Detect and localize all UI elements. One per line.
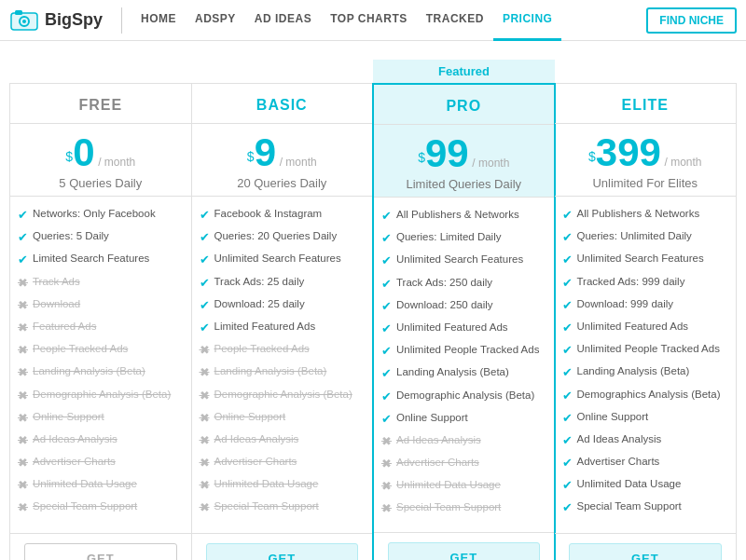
dash-icon: ✖ <box>200 410 210 427</box>
list-item: ✔Landing Analysis (Beta) <box>381 364 546 382</box>
price-number-basic: 9 <box>255 130 276 174</box>
check-icon: ✔ <box>381 411 392 428</box>
nav-home[interactable]: HOME <box>131 0 186 41</box>
plan-basic: BASIC $9 / month 20 Queries Daily ✔Faceb… <box>192 84 374 560</box>
list-item: ✔Unlimited Featured Ads <box>562 319 729 336</box>
svg-point-2 <box>22 20 26 23</box>
check-icon: ✔ <box>200 207 210 224</box>
dash-icon: ✖ <box>18 410 28 427</box>
list-item: ✔Unlimited Featured Ads <box>381 320 546 337</box>
get-pro-button[interactable]: GET <box>388 542 540 560</box>
find-niche-button[interactable]: FIND NICHE <box>646 7 737 34</box>
check-icon: ✔ <box>381 230 392 247</box>
check-icon: ✔ <box>562 410 573 427</box>
list-item: ✔Ad Ideas Analysis <box>562 431 729 449</box>
features-elite: ✔All Publishers & Networks ✔Queries: Unl… <box>555 197 737 533</box>
list-item: ✖Special Team Support <box>200 499 366 516</box>
featured-badge-row: Featured <box>9 60 737 83</box>
list-item: ✔Queries: 5 Daily <box>18 228 184 246</box>
check-icon: ✔ <box>562 297 573 314</box>
check-icon: ✔ <box>200 297 210 314</box>
svg-rect-3 <box>15 10 22 15</box>
nav-topcharts[interactable]: TOP CHARTS <box>321 0 417 41</box>
price-number-free: 0 <box>73 130 94 174</box>
nav-adideas[interactable]: AD IDEAS <box>245 0 321 41</box>
badge-free <box>9 60 191 83</box>
dash-icon: ✖ <box>200 499 210 516</box>
list-item: ✔Limited Search Features <box>18 251 184 268</box>
list-item: ✖Download <box>18 296 184 314</box>
plan-free-header: FREE <box>10 84 191 124</box>
nav-tracked[interactable]: TRACKED <box>417 0 493 41</box>
list-item: ✖Ad Ideas Analysis <box>200 431 366 449</box>
price-queries-pro: Limited Queries Daily <box>381 177 546 191</box>
dash-icon: ✖ <box>18 275 28 292</box>
plan-basic-price: $9 / month 20 Queries Daily <box>192 124 373 197</box>
get-elite-button[interactable]: GET <box>569 543 723 560</box>
list-item: ✖Featured Ads <box>18 319 184 336</box>
get-free-button[interactable]: GET <box>24 543 177 560</box>
check-icon: ✔ <box>562 229 573 246</box>
list-item: ✔Unlimited Search Features <box>381 252 546 269</box>
list-item: ✖Landing Analysis (Beta) <box>200 363 366 381</box>
list-item: ✔Limited Featured Ads <box>200 319 366 336</box>
check-icon: ✔ <box>200 252 210 268</box>
list-item: ✔Download: 250 daily <box>381 297 546 315</box>
list-item: ✖Unlimited Data Usage <box>18 476 184 494</box>
check-icon: ✔ <box>381 389 392 405</box>
list-item: ✔Demographics Analysis (Beta) <box>562 387 729 404</box>
list-item: ✖Advertiser Charts <box>18 454 184 471</box>
list-item: ✔Online Support <box>562 409 729 427</box>
nav-adspy[interactable]: ADSPY <box>186 0 245 41</box>
check-icon: ✔ <box>381 298 392 315</box>
logo-area: BigSpy <box>9 6 103 35</box>
dash-icon: ✖ <box>18 432 28 449</box>
dash-icon: ✖ <box>200 432 210 449</box>
nav-pricing[interactable]: PRICING <box>493 0 562 41</box>
badge-elite <box>555 60 737 83</box>
check-icon: ✔ <box>18 229 28 246</box>
price-per-free: / month <box>98 156 135 169</box>
list-item: ✔Facebook & Instagram <box>200 206 366 224</box>
list-item: ✖Unlimited Data Usage <box>200 476 366 494</box>
check-icon: ✔ <box>381 208 392 225</box>
price-symbol-basic: $ <box>247 149 255 164</box>
check-icon: ✔ <box>562 364 573 381</box>
list-item: ✖Advertiser Charts <box>381 455 546 472</box>
check-icon: ✔ <box>562 207 573 224</box>
price-symbol-elite: $ <box>588 149 596 164</box>
price-symbol-pro: $ <box>418 150 425 165</box>
dash-icon: ✖ <box>200 388 210 404</box>
dash-icon: ✖ <box>18 477 28 494</box>
features-basic: ✔Facebook & Instagram ✔Queries: 20 Queri… <box>192 197 373 533</box>
list-item: ✔Track Ads: 25 daily <box>200 274 366 292</box>
price-queries-basic: 20 Queries Daily <box>200 176 366 190</box>
dash-icon: ✖ <box>18 342 28 359</box>
badge-pro: Featured <box>373 60 555 83</box>
list-item: ✖Ad Ideas Analysis <box>18 431 184 449</box>
features-free: ✔Networks: Only Facebook ✔Queries: 5 Dai… <box>10 197 191 533</box>
get-basic-button[interactable]: GET <box>206 543 359 560</box>
nav-right: FIND NICHE <box>646 7 737 34</box>
check-icon: ✔ <box>562 342 573 359</box>
list-item: ✖Landing Analysis (Beta) <box>18 363 184 381</box>
list-item: ✔Unlimited People Tracked Ads <box>562 341 729 359</box>
price-symbol-free: $ <box>65 149 73 164</box>
list-item: ✔Landing Analysis (Beta) <box>562 363 729 381</box>
plan-elite-price: $399 / month Unlimited For Elites <box>555 124 737 197</box>
list-item: ✔Unlimited Search Features <box>200 251 366 268</box>
check-icon: ✔ <box>381 365 392 382</box>
list-item: ✔Track Ads: 250 daily <box>381 275 546 293</box>
list-item: ✔Tracked Ads: 999 daily <box>562 274 729 292</box>
dash-icon: ✖ <box>18 388 28 404</box>
dash-icon: ✖ <box>381 456 392 472</box>
list-item: ✖People Tracked Ads <box>200 341 366 359</box>
list-item: ✔Unlimited People Tracked Ads <box>381 342 546 360</box>
nav-links: HOME ADSPY AD IDEAS TOP CHARTS TRACKED P… <box>131 0 561 41</box>
check-icon: ✔ <box>562 275 573 292</box>
list-item: ✔Networks: Only Facebook <box>18 206 184 224</box>
check-icon: ✔ <box>381 276 392 293</box>
check-icon: ✔ <box>200 229 210 246</box>
check-icon: ✔ <box>200 275 210 292</box>
check-icon: ✔ <box>562 499 573 516</box>
